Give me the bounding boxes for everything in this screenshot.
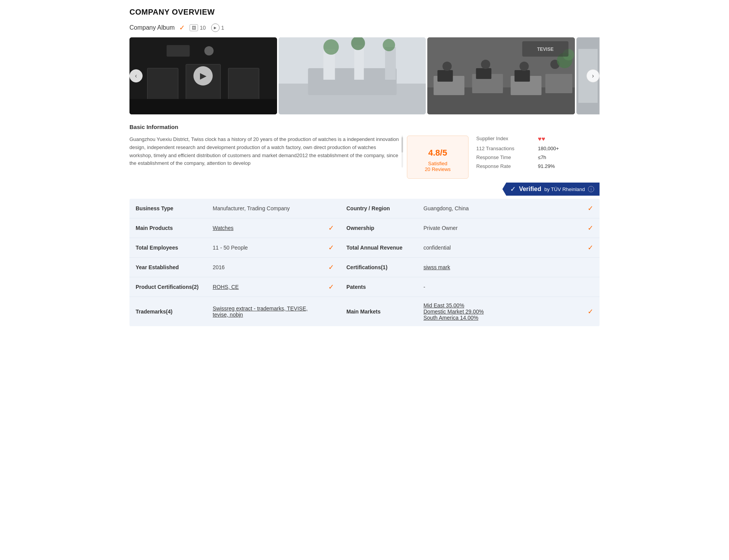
svg-point-25 (443, 62, 452, 71)
check-employees: ✓ (322, 238, 340, 258)
rating-label: Satisfied (412, 161, 464, 166)
supplier-index-value: ♥♥ (538, 136, 600, 143)
video-count: 1 (221, 25, 224, 31)
gallery-prev-button[interactable]: ‹ (129, 69, 143, 82)
play-button-1[interactable]: ▶ (193, 66, 213, 86)
check-trademarks (322, 297, 340, 327)
svg-rect-22 (438, 70, 453, 82)
photo-count-item[interactable]: 🖼 10 (190, 24, 206, 31)
field-label-product-certs: Product Certifications(2) (129, 277, 207, 297)
scroll-indicator (401, 136, 403, 168)
svg-rect-9 (308, 68, 396, 95)
response-time-label: Response Time (476, 154, 538, 160)
field-label-trademarks: Trademarks(4) (129, 297, 207, 327)
response-rate-value: 91.29% (538, 163, 600, 169)
photo-icon: 🖼 (190, 24, 198, 31)
svg-point-15 (383, 39, 395, 51)
watches-link[interactable]: Watches (213, 225, 233, 231)
field-label-year-established: Year Established (129, 258, 207, 277)
field-label-annual-revenue: Total Annual Revenue (340, 238, 417, 258)
info-row: Guangzhou Yuexiu District, Twiss clock h… (129, 136, 600, 179)
field-value-ownership: Private Owner (417, 218, 581, 238)
svg-rect-24 (515, 70, 530, 82)
rating-score: 4.8/5 (412, 142, 464, 158)
transactions-value: 180,000+ (538, 146, 600, 151)
mid-east-link[interactable]: Mid East 35.00% (423, 302, 464, 309)
scroll-thumb (401, 137, 403, 153)
album-check-icon: ✓ (179, 23, 185, 32)
table-row: Main Products Watches ✓ Ownership Privat… (129, 218, 600, 238)
check-business-type (322, 199, 340, 218)
svg-text:TEVISE: TEVISE (537, 47, 554, 52)
field-label-certifications: Certifications(1) (340, 258, 417, 277)
svg-rect-4 (129, 99, 277, 114)
table-row: Total Employees 11 - 50 People ✓ Total A… (129, 238, 600, 258)
field-value-trademarks: Swissreg extract - trademarks, TEVISE, t… (207, 297, 322, 327)
field-value-patents: - (417, 277, 581, 297)
company-description: Guangzhou Yuexiu District, Twiss clock h… (129, 136, 399, 168)
check-country: ✓ (581, 199, 600, 218)
page-title: COMPANY OVERVIEW (129, 8, 600, 17)
svg-rect-11 (354, 45, 364, 80)
verified-text: Verified (519, 186, 541, 193)
check-main-products: ✓ (322, 218, 340, 238)
verified-badge: ✓ Verified by TÜV Rheinland i (502, 183, 600, 196)
svg-point-27 (520, 62, 529, 71)
field-value-country: Guangdong, China (417, 199, 581, 218)
trademarks-link[interactable]: Swissreg extract - trademarks, TEVISE, t… (213, 305, 307, 318)
gallery-image-1[interactable]: ▶ (129, 37, 277, 114)
field-label-patents: Patents (340, 277, 417, 297)
gallery-track: ▶ (129, 37, 600, 114)
rohs-ce-link[interactable]: ROHS, CE (213, 284, 239, 290)
svg-point-6 (204, 46, 213, 55)
transactions-label: 112 Transactions (476, 146, 538, 151)
check-ownership: ✓ (581, 218, 600, 238)
field-value-main-products: Watches (207, 218, 322, 238)
field-value-annual-revenue: confidential (417, 238, 581, 258)
check-certifications (581, 258, 600, 277)
siwss-mark-link[interactable]: siwss mark (423, 264, 450, 270)
basic-info-title: Basic Information (129, 124, 600, 130)
field-value-certifications: siwss mark (417, 258, 581, 277)
page-container: COMPANY OVERVIEW Company Album ✓ 🖼 10 ▶ … (122, 0, 607, 334)
gallery-image-2[interactable] (279, 37, 426, 114)
field-label-main-products: Main Products (129, 218, 207, 238)
table-row: Product Certifications(2) ROHS, CE ✓ Pat… (129, 277, 600, 297)
check-product-certs: ✓ (322, 277, 340, 297)
album-label: Company Album (129, 24, 175, 31)
verified-banner: ✓ Verified by TÜV Rheinland i (129, 183, 600, 196)
south-america-link[interactable]: South America 14.00% (423, 315, 478, 321)
domestic-link[interactable]: Domestic Market 29.00% (423, 309, 484, 315)
svg-rect-1 (147, 68, 178, 103)
verified-by-text: by TÜV Rheinland (544, 186, 585, 192)
gallery-next-button[interactable]: › (586, 69, 600, 82)
heart-icons: ♥♥ (538, 136, 545, 143)
supplier-stats: Supplier Index ♥♥ 112 Transactions 180,0… (476, 136, 600, 169)
album-header: Company Album ✓ 🖼 10 ▶ 1 (129, 23, 600, 32)
check-year-established: ✓ (322, 258, 340, 277)
photo-count: 10 (200, 25, 206, 31)
gallery-image-3[interactable]: TEVISE (427, 37, 575, 114)
supplier-index-label: Supplier Index (476, 136, 538, 143)
check-annual-revenue: ✓ (581, 238, 600, 258)
table-row: Business Type Manufacturer, Trading Comp… (129, 199, 600, 218)
video-icon: ▶ (211, 23, 220, 32)
svg-rect-5 (166, 45, 190, 57)
field-label-country: Country / Region (340, 199, 417, 218)
check-patents (581, 277, 600, 297)
rating-box: 4.8/5 Satisfied 20 Reviews (407, 136, 469, 179)
field-label-main-markets: Main Markets (340, 297, 417, 327)
field-value-employees: 11 - 50 People (207, 238, 322, 258)
field-value-year-established: 2016 (207, 258, 322, 277)
table-row: Trademarks(4) Swissreg extract - tradema… (129, 297, 600, 327)
video-count-item[interactable]: ▶ 1 (211, 23, 224, 32)
field-label-employees: Total Employees (129, 238, 207, 258)
check-main-markets: ✓ (581, 297, 600, 327)
svg-rect-21 (546, 74, 573, 93)
rating-reviews: 20 Reviews (412, 166, 464, 172)
svg-rect-23 (476, 68, 492, 79)
field-label-business-type: Business Type (129, 199, 207, 218)
info-icon[interactable]: i (588, 186, 594, 192)
svg-point-13 (323, 39, 339, 55)
album-meta: 🖼 10 ▶ 1 (190, 23, 224, 32)
